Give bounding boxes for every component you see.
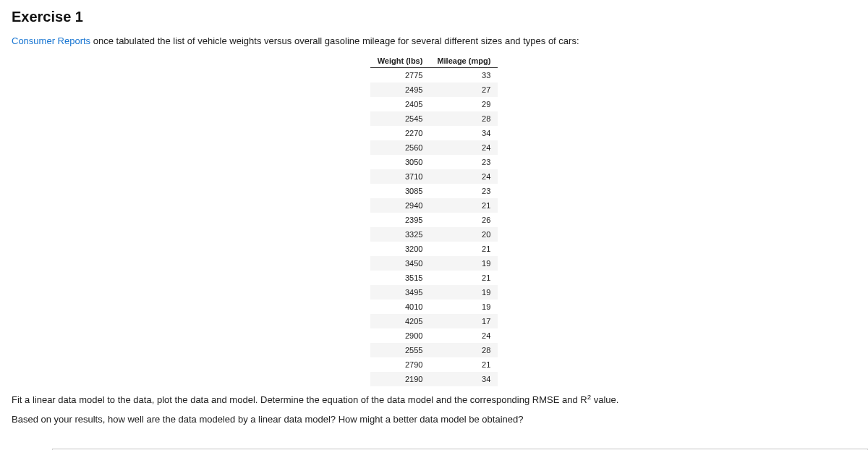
table-cell: 29 xyxy=(430,97,498,111)
table-cell: 19 xyxy=(430,285,498,300)
table-cell: 3450 xyxy=(370,256,430,271)
table-row: 351521 xyxy=(370,271,498,285)
table-row: 332520 xyxy=(370,227,498,242)
table-row: 349519 xyxy=(370,285,498,300)
table-cell: 3050 xyxy=(370,155,430,169)
table-row: 279021 xyxy=(370,357,498,372)
table-cell: 3515 xyxy=(370,271,430,285)
table-cell: 19 xyxy=(430,300,498,314)
table-row: 305023 xyxy=(370,155,498,169)
table-cell: 20 xyxy=(430,227,498,242)
table-cell: 21 xyxy=(430,198,498,213)
table-cell: 24 xyxy=(430,140,498,155)
table-cell: 2775 xyxy=(370,67,430,82)
table-cell: 24 xyxy=(430,169,498,184)
table-cell: 2405 xyxy=(370,97,430,111)
weight-mileage-table: Weight (lbs) Mileage (mpg) 2775332495272… xyxy=(370,54,498,386)
table-row: 320021 xyxy=(370,242,498,256)
table-cell: 28 xyxy=(430,343,498,357)
exercise-heading: Exercise 1 xyxy=(12,9,856,25)
table-cell: 2190 xyxy=(370,372,430,386)
table-row: 290024 xyxy=(370,328,498,343)
col-header-mileage: Mileage (mpg) xyxy=(430,54,498,68)
table-row: 308523 xyxy=(370,184,498,198)
table-cell: 21 xyxy=(430,242,498,256)
table-cell: 23 xyxy=(430,155,498,169)
table-cell: 2395 xyxy=(370,213,430,227)
table-cell: 24 xyxy=(430,328,498,343)
table-row: 240529 xyxy=(370,97,498,111)
consumer-reports-link[interactable]: Consumer Reports xyxy=(12,35,90,46)
table-row: 219034 xyxy=(370,372,498,386)
table-cell: 4205 xyxy=(370,314,430,328)
table-cell: 34 xyxy=(430,372,498,386)
table-row: 401019 xyxy=(370,300,498,314)
table-cell: 2270 xyxy=(370,126,430,140)
markdown-cell: Exercise 1 Consumer Reports once tabulat… xyxy=(0,0,868,438)
table-row: 227034 xyxy=(370,126,498,140)
table-cell: 2790 xyxy=(370,357,430,372)
table-row: 239526 xyxy=(370,213,498,227)
col-header-weight: Weight (lbs) xyxy=(370,54,430,68)
table-row: 420517 xyxy=(370,314,498,328)
task-paragraph-1: Fit a linear data model to the data, plo… xyxy=(12,392,856,407)
task-paragraph-2: Based on your results, how well are the … xyxy=(12,412,856,427)
table-cell: 2495 xyxy=(370,82,430,97)
table-row: 371024 xyxy=(370,169,498,184)
table-row: 254528 xyxy=(370,111,498,126)
table-cell: 19 xyxy=(430,256,498,271)
table-cell: 26 xyxy=(430,213,498,227)
table-cell: 34 xyxy=(430,126,498,140)
intro-text: once tabulated the list of vehicle weigh… xyxy=(90,35,579,46)
table-cell: 3495 xyxy=(370,285,430,300)
table-cell: 2545 xyxy=(370,111,430,126)
table-cell: 3200 xyxy=(370,242,430,256)
table-cell: 2900 xyxy=(370,328,430,343)
table-row: 294021 xyxy=(370,198,498,213)
table-row: 256024 xyxy=(370,140,498,155)
table-cell: 17 xyxy=(430,314,498,328)
table-cell: 21 xyxy=(430,271,498,285)
table-cell: 21 xyxy=(430,357,498,372)
table-row: 255528 xyxy=(370,343,498,357)
table-cell: 23 xyxy=(430,184,498,198)
table-cell: 3325 xyxy=(370,227,430,242)
table-cell: 27 xyxy=(430,82,498,97)
intro-paragraph: Consumer Reports once tabulated the list… xyxy=(12,34,856,48)
table-cell: 28 xyxy=(430,111,498,126)
table-row: 249527 xyxy=(370,82,498,97)
table-cell: 33 xyxy=(430,67,498,82)
data-table-container: Weight (lbs) Mileage (mpg) 2775332495272… xyxy=(12,54,856,386)
table-cell: 2555 xyxy=(370,343,430,357)
table-cell: 3710 xyxy=(370,169,430,184)
table-row: 277533 xyxy=(370,67,498,82)
table-cell: 2940 xyxy=(370,198,430,213)
table-cell: 2560 xyxy=(370,140,430,155)
table-cell: 4010 xyxy=(370,300,430,314)
table-cell: 3085 xyxy=(370,184,430,198)
table-row: 345019 xyxy=(370,256,498,271)
